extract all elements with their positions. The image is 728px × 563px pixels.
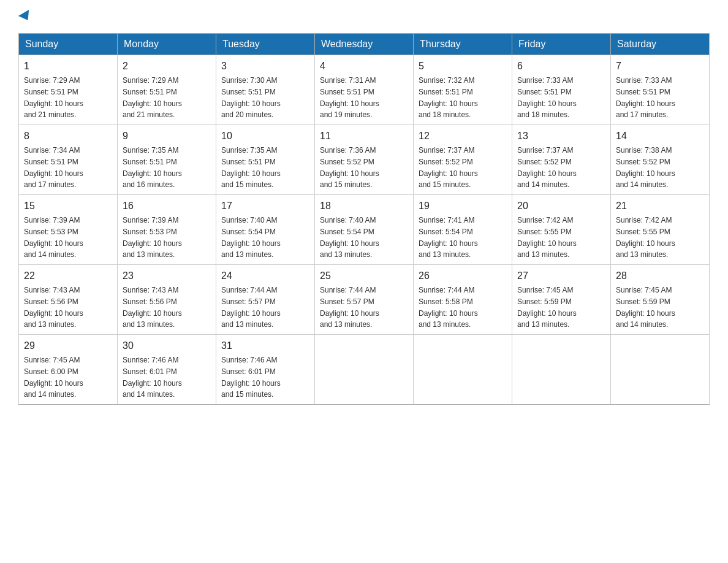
day-number: 20 (517, 199, 605, 213)
day-number: 30 (123, 339, 211, 353)
page-header (18, 12, 710, 21)
day-info: Sunrise: 7:35 AMSunset: 5:51 PMDaylight:… (123, 146, 182, 189)
day-number: 1 (24, 59, 112, 74)
calendar-header-tuesday: Tuesday (216, 34, 315, 55)
day-number: 27 (517, 269, 605, 283)
calendar-cell: 5Sunrise: 7:32 AMSunset: 5:51 PMDaylight… (414, 55, 512, 125)
day-info: Sunrise: 7:43 AMSunset: 5:56 PMDaylight:… (123, 286, 182, 329)
day-info: Sunrise: 7:38 AMSunset: 5:52 PMDaylight:… (616, 146, 675, 189)
day-number: 28 (616, 269, 704, 283)
day-info: Sunrise: 7:35 AMSunset: 5:51 PMDaylight:… (221, 146, 281, 189)
day-number: 6 (517, 59, 605, 74)
day-number: 25 (320, 269, 408, 283)
calendar-cell: 13Sunrise: 7:37 AMSunset: 5:52 PMDayligh… (512, 125, 611, 195)
day-info: Sunrise: 7:41 AMSunset: 5:54 PMDaylight:… (419, 216, 478, 259)
calendar-header-row: SundayMondayTuesdayWednesdayThursdayFrid… (19, 34, 710, 55)
day-number: 14 (616, 129, 704, 144)
day-info: Sunrise: 7:39 AMSunset: 5:53 PMDaylight:… (24, 216, 83, 259)
calendar-cell: 1Sunrise: 7:29 AMSunset: 5:51 PMDaylight… (19, 55, 118, 125)
day-info: Sunrise: 7:46 AMSunset: 6:01 PMDaylight:… (221, 356, 281, 399)
logo (18, 12, 32, 21)
calendar-cell: 25Sunrise: 7:44 AMSunset: 5:57 PMDayligh… (315, 265, 414, 335)
calendar-cell (414, 335, 512, 405)
calendar-cell: 24Sunrise: 7:44 AMSunset: 5:57 PMDayligh… (216, 265, 315, 335)
calendar-header-friday: Friday (512, 34, 611, 55)
day-number: 4 (320, 59, 408, 74)
day-info: Sunrise: 7:45 AMSunset: 5:59 PMDaylight:… (517, 286, 577, 329)
calendar-cell (315, 335, 414, 405)
calendar-cell (611, 335, 710, 405)
day-number: 23 (123, 269, 211, 283)
day-info: Sunrise: 7:40 AMSunset: 5:54 PMDaylight:… (221, 216, 281, 259)
day-info: Sunrise: 7:34 AMSunset: 5:51 PMDaylight:… (24, 146, 83, 189)
calendar-cell: 30Sunrise: 7:46 AMSunset: 6:01 PMDayligh… (118, 335, 216, 405)
calendar-cell: 28Sunrise: 7:45 AMSunset: 5:59 PMDayligh… (611, 265, 710, 335)
calendar-cell: 22Sunrise: 7:43 AMSunset: 5:56 PMDayligh… (19, 265, 118, 335)
day-info: Sunrise: 7:32 AMSunset: 5:51 PMDaylight:… (419, 76, 478, 119)
day-number: 31 (221, 339, 309, 353)
day-number: 3 (221, 59, 309, 74)
day-info: Sunrise: 7:37 AMSunset: 5:52 PMDaylight:… (419, 146, 478, 189)
day-number: 5 (419, 59, 507, 74)
calendar-cell: 21Sunrise: 7:42 AMSunset: 5:55 PMDayligh… (611, 195, 710, 265)
day-number: 15 (24, 199, 112, 213)
day-info: Sunrise: 7:42 AMSunset: 5:55 PMDaylight:… (616, 216, 675, 259)
day-info: Sunrise: 7:33 AMSunset: 5:51 PMDaylight:… (616, 76, 675, 119)
calendar-cell: 6Sunrise: 7:33 AMSunset: 5:51 PMDaylight… (512, 55, 611, 125)
calendar-cell: 2Sunrise: 7:29 AMSunset: 5:51 PMDaylight… (118, 55, 216, 125)
day-info: Sunrise: 7:39 AMSunset: 5:53 PMDaylight:… (123, 216, 182, 259)
calendar-week-row: 29Sunrise: 7:45 AMSunset: 6:00 PMDayligh… (19, 335, 710, 405)
calendar-header-monday: Monday (118, 34, 216, 55)
calendar-week-row: 22Sunrise: 7:43 AMSunset: 5:56 PMDayligh… (19, 265, 710, 335)
calendar-cell: 11Sunrise: 7:36 AMSunset: 5:52 PMDayligh… (315, 125, 414, 195)
calendar-cell: 27Sunrise: 7:45 AMSunset: 5:59 PMDayligh… (512, 265, 611, 335)
calendar-cell: 14Sunrise: 7:38 AMSunset: 5:52 PMDayligh… (611, 125, 710, 195)
calendar-cell: 16Sunrise: 7:39 AMSunset: 5:53 PMDayligh… (118, 195, 216, 265)
day-number: 21 (616, 199, 704, 213)
day-number: 11 (320, 129, 408, 144)
day-info: Sunrise: 7:44 AMSunset: 5:57 PMDaylight:… (320, 286, 379, 329)
day-info: Sunrise: 7:44 AMSunset: 5:58 PMDaylight:… (419, 286, 478, 329)
calendar-week-row: 8Sunrise: 7:34 AMSunset: 5:51 PMDaylight… (19, 125, 710, 195)
calendar-cell: 7Sunrise: 7:33 AMSunset: 5:51 PMDaylight… (611, 55, 710, 125)
day-info: Sunrise: 7:42 AMSunset: 5:55 PMDaylight:… (517, 216, 577, 259)
calendar-cell (512, 335, 611, 405)
calendar-week-row: 1Sunrise: 7:29 AMSunset: 5:51 PMDaylight… (19, 55, 710, 125)
day-number: 10 (221, 129, 309, 144)
day-number: 22 (24, 269, 112, 283)
day-number: 7 (616, 59, 704, 74)
day-info: Sunrise: 7:45 AMSunset: 5:59 PMDaylight:… (616, 286, 675, 329)
calendar-header-wednesday: Wednesday (315, 34, 414, 55)
day-number: 18 (320, 199, 408, 213)
calendar-cell: 15Sunrise: 7:39 AMSunset: 5:53 PMDayligh… (19, 195, 118, 265)
day-number: 29 (24, 339, 112, 353)
calendar-cell: 12Sunrise: 7:37 AMSunset: 5:52 PMDayligh… (414, 125, 512, 195)
day-number: 9 (123, 129, 211, 144)
day-number: 17 (221, 199, 309, 213)
calendar-cell: 19Sunrise: 7:41 AMSunset: 5:54 PMDayligh… (414, 195, 512, 265)
day-number: 12 (419, 129, 507, 144)
day-info: Sunrise: 7:46 AMSunset: 6:01 PMDaylight:… (123, 356, 182, 399)
day-number: 13 (517, 129, 605, 144)
calendar-cell: 9Sunrise: 7:35 AMSunset: 5:51 PMDaylight… (118, 125, 216, 195)
calendar-table: SundayMondayTuesdayWednesdayThursdayFrid… (18, 33, 710, 405)
day-info: Sunrise: 7:36 AMSunset: 5:52 PMDaylight:… (320, 146, 379, 189)
calendar-cell: 4Sunrise: 7:31 AMSunset: 5:51 PMDaylight… (315, 55, 414, 125)
calendar-cell: 17Sunrise: 7:40 AMSunset: 5:54 PMDayligh… (216, 195, 315, 265)
day-number: 8 (24, 129, 112, 144)
day-info: Sunrise: 7:29 AMSunset: 5:51 PMDaylight:… (123, 76, 182, 119)
day-info: Sunrise: 7:29 AMSunset: 5:51 PMDaylight:… (24, 76, 83, 119)
calendar-cell: 23Sunrise: 7:43 AMSunset: 5:56 PMDayligh… (118, 265, 216, 335)
day-info: Sunrise: 7:44 AMSunset: 5:57 PMDaylight:… (221, 286, 281, 329)
day-number: 24 (221, 269, 309, 283)
calendar-cell: 31Sunrise: 7:46 AMSunset: 6:01 PMDayligh… (216, 335, 315, 405)
calendar-cell: 8Sunrise: 7:34 AMSunset: 5:51 PMDaylight… (19, 125, 118, 195)
logo-triangle-icon (18, 10, 33, 23)
calendar-cell: 3Sunrise: 7:30 AMSunset: 5:51 PMDaylight… (216, 55, 315, 125)
day-info: Sunrise: 7:33 AMSunset: 5:51 PMDaylight:… (517, 76, 577, 119)
day-info: Sunrise: 7:43 AMSunset: 5:56 PMDaylight:… (24, 286, 83, 329)
calendar-cell: 20Sunrise: 7:42 AMSunset: 5:55 PMDayligh… (512, 195, 611, 265)
day-number: 26 (419, 269, 507, 283)
day-info: Sunrise: 7:31 AMSunset: 5:51 PMDaylight:… (320, 76, 379, 119)
calendar-header-saturday: Saturday (611, 34, 710, 55)
